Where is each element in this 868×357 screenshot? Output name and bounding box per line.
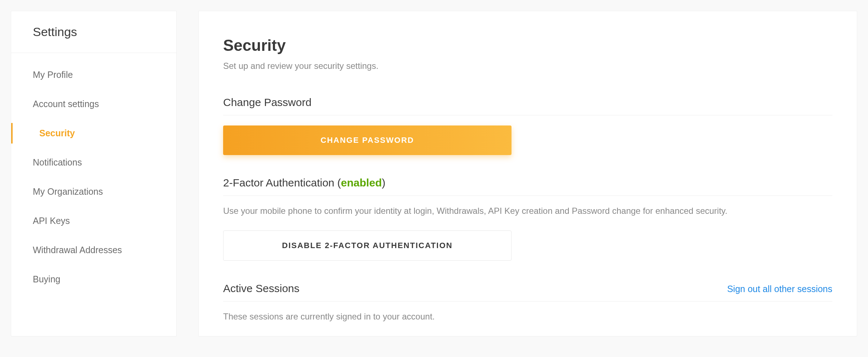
twofa-header: 2-Factor Authentication (enabled) [223,177,832,196]
sign-out-other-sessions-link[interactable]: Sign out all other sessions [727,284,832,294]
active-sessions-section: Active Sessions Sign out all other sessi… [223,282,832,322]
sidebar-item-account-settings[interactable]: Account settings [11,89,176,119]
twofa-title: 2-Factor Authentication (enabled) [223,177,385,189]
active-sessions-description: These sessions are currently signed in t… [223,312,832,322]
change-password-section: Change Password CHANGE PASSWORD [223,96,832,155]
change-password-button[interactable]: CHANGE PASSWORD [223,125,511,155]
sidebar-item-withdrawal-addresses[interactable]: Withdrawal Addresses [11,235,176,265]
sidebar-item-my-profile[interactable]: My Profile [11,60,176,89]
active-sessions-header: Active Sessions Sign out all other sessi… [223,282,832,301]
main-content: Security Set up and review your security… [198,11,857,336]
sidebar-item-buying[interactable]: Buying [11,265,176,294]
change-password-header: Change Password [223,96,832,115]
sidebar-header: Settings [11,11,176,53]
sidebar-item-security[interactable]: Security [11,119,176,148]
sidebar-item-api-keys[interactable]: API Keys [11,206,176,235]
twofa-section: 2-Factor Authentication (enabled) Use yo… [223,177,832,261]
disable-twofa-button[interactable]: DISABLE 2-FACTOR AUTHENTICATION [223,230,511,261]
sidebar-nav: My Profile Account settings Security Not… [11,53,176,301]
twofa-title-suffix: ) [382,177,385,189]
page-title: Security [223,36,832,54]
twofa-status-badge: enabled [341,177,382,189]
sidebar-item-notifications[interactable]: Notifications [11,148,176,177]
twofa-title-prefix: 2-Factor Authentication ( [223,177,341,189]
page-subtitle: Set up and review your security settings… [223,61,832,71]
sidebar-title: Settings [33,25,155,39]
change-password-title: Change Password [223,96,311,109]
twofa-description: Use your mobile phone to confirm your id… [223,206,832,216]
active-sessions-title: Active Sessions [223,282,300,295]
sidebar-item-my-organizations[interactable]: My Organizations [11,177,176,206]
settings-sidebar: Settings My Profile Account settings Sec… [11,11,177,336]
